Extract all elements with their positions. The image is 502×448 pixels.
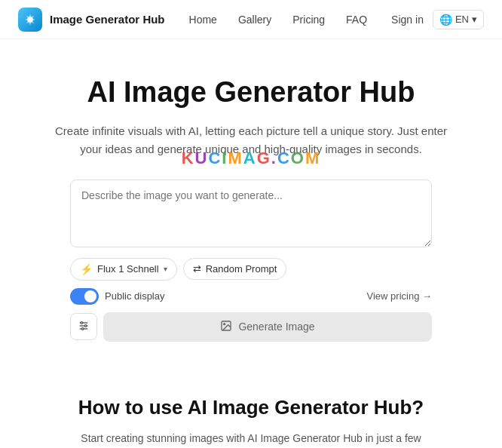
- chevron-down-icon: ▾: [472, 14, 477, 25]
- hero-title: AI Image Generator Hub: [87, 75, 415, 110]
- settings-icon: [78, 320, 90, 334]
- random-icon: ⇄: [193, 263, 201, 275]
- logo-icon: [18, 8, 42, 32]
- main-nav: Home Gallery Pricing FAQ: [189, 14, 368, 26]
- toggle-knob: [84, 290, 96, 302]
- svg-point-8: [224, 323, 225, 324]
- view-pricing-link[interactable]: View pricing →: [367, 290, 432, 302]
- toggle-label: Public display: [105, 290, 165, 302]
- random-prompt-button[interactable]: ⇄ Random Prompt: [183, 258, 287, 280]
- chevron-down-icon: ▾: [164, 265, 167, 273]
- svg-point-6: [81, 327, 84, 330]
- flash-icon: ⚡: [80, 263, 93, 275]
- sign-in-button[interactable]: Sign in: [391, 14, 424, 26]
- header-right: Sign in 🌐 EN ▾: [391, 10, 484, 29]
- generate-image-button[interactable]: Generate Image: [103, 312, 432, 342]
- svg-point-4: [81, 321, 83, 324]
- hero-section: AI Image Generator Hub Create infinite v…: [0, 39, 502, 366]
- svg-point-5: [84, 324, 87, 327]
- generate-label: Generate Image: [238, 321, 314, 333]
- public-display-toggle-container: Public display: [70, 288, 165, 305]
- nav-pricing[interactable]: Pricing: [292, 14, 325, 26]
- logo-container: Image Generator Hub: [18, 8, 165, 32]
- generate-row: Generate Image: [70, 312, 432, 342]
- how-to-desc: Start creating stunning images with AI I…: [47, 430, 455, 446]
- nav-gallery[interactable]: Gallery: [238, 14, 271, 26]
- generator-box: ⚡ Flux 1 Schnell ▾ ⇄ Random Prompt Publi…: [70, 180, 432, 342]
- logo-text: Image Generator Hub: [50, 13, 165, 26]
- prompt-input[interactable]: [70, 180, 432, 247]
- site-header: Image Generator Hub Home Gallery Pricing…: [0, 0, 502, 39]
- hero-subtitle: Create infinite visuals with AI, letting…: [55, 122, 447, 158]
- language-selector[interactable]: 🌐 EN ▾: [433, 10, 484, 29]
- model-label: Flux 1 Schnell: [97, 263, 159, 275]
- how-to-title: How to use AI Image Generator Hub?: [30, 396, 472, 419]
- settings-button[interactable]: [70, 313, 97, 340]
- nav-faq[interactable]: FAQ: [346, 14, 367, 26]
- random-label: Random Prompt: [206, 263, 277, 275]
- model-select-button[interactable]: ⚡ Flux 1 Schnell ▾: [70, 258, 177, 281]
- options-row: Public display View pricing →: [70, 288, 432, 305]
- lang-label: EN: [455, 14, 469, 25]
- how-to-section: How to use AI Image Generator Hub? Start…: [0, 366, 502, 448]
- image-icon: [220, 320, 232, 334]
- public-display-toggle[interactable]: [70, 288, 99, 305]
- globe-icon: 🌐: [439, 14, 452, 26]
- nav-home[interactable]: Home: [189, 14, 217, 26]
- hero-wrapper: KUCIMAG.COM AI Image Generator Hub Creat…: [0, 39, 502, 366]
- controls-row: ⚡ Flux 1 Schnell ▾ ⇄ Random Prompt: [70, 258, 432, 281]
